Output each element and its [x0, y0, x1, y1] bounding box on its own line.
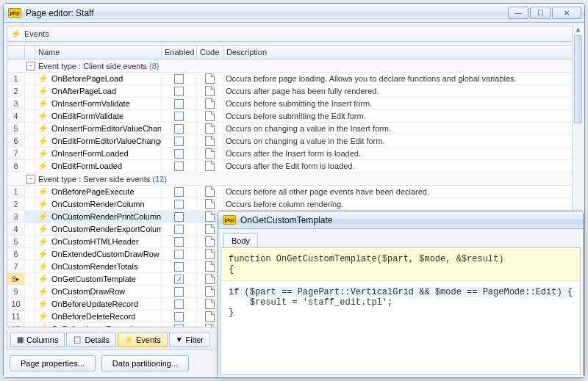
event-name[interactable]: ⚡OnInsertFormValidate: [35, 98, 162, 109]
event-name[interactable]: ⚡OnEditFormValidate: [35, 110, 162, 122]
event-row[interactable]: 1⚡OnBeforePageExecuteOccurs before all o…: [7, 186, 581, 198]
event-name[interactable]: ⚡OnCustomRenderTotals: [35, 261, 162, 272]
enabled-cell[interactable]: [162, 223, 197, 235]
enabled-cell[interactable]: [162, 135, 197, 147]
enabled-cell[interactable]: [162, 198, 197, 210]
code-cell[interactable]: [197, 135, 223, 147]
enabled-cell[interactable]: [162, 73, 197, 84]
event-name[interactable]: ⚡OnBeforeInsertRecord: [35, 323, 162, 327]
checkbox[interactable]: [174, 212, 184, 222]
enabled-cell[interactable]: [162, 110, 197, 122]
header-code[interactable]: Code: [197, 46, 223, 59]
checkbox[interactable]: [174, 324, 184, 327]
header-enabled[interactable]: Enabled: [162, 46, 197, 59]
scroll-thumb[interactable]: [574, 45, 581, 123]
header-name[interactable]: Name: [35, 46, 162, 59]
checkbox[interactable]: [174, 87, 184, 96]
event-name[interactable]: ⚡OnCustomRenderPrintColumn: [35, 211, 162, 222]
checkbox[interactable]: [174, 262, 184, 272]
tab-details[interactable]: 📋Details: [66, 333, 116, 347]
event-name[interactable]: ⚡OnExtendedCustomDrawRow: [35, 248, 162, 260]
close-button[interactable]: ✕: [552, 7, 581, 19]
event-name[interactable]: ⚡OnBeforeUpdateRecord: [35, 298, 162, 310]
code-cell[interactable]: [197, 148, 223, 159]
editor-titlebar[interactable]: php OnGetCustomTemplate: [218, 211, 583, 229]
checkbox[interactable]: [174, 287, 184, 297]
enabled-cell[interactable]: [162, 160, 197, 172]
header-index[interactable]: [7, 46, 25, 59]
code-cell[interactable]: [197, 110, 223, 122]
event-name[interactable]: ⚡OnCustomRenderColumn: [35, 198, 162, 210]
enabled-cell[interactable]: [162, 311, 197, 322]
enabled-cell[interactable]: ✓: [162, 273, 197, 285]
code-editor[interactable]: function OnGetCustomTemplate($part, $mod…: [220, 247, 581, 375]
checkbox[interactable]: [174, 162, 184, 171]
checkbox[interactable]: [174, 225, 184, 234]
event-name[interactable]: ⚡OnInsertFormEditorValueChanged: [35, 123, 162, 134]
checkbox[interactable]: [174, 137, 184, 146]
collapse-icon[interactable]: −: [26, 175, 35, 184]
enabled-cell[interactable]: [162, 211, 197, 222]
event-name[interactable]: ⚡OnInsertFormLoaded: [35, 148, 162, 159]
code-cell[interactable]: [197, 198, 223, 210]
collapse-icon[interactable]: −: [26, 62, 35, 70]
event-name[interactable]: ⚡OnGetCustomTemplate: [35, 273, 162, 285]
event-name[interactable]: ⚡OnCustomHTMLHeader: [35, 236, 162, 247]
enabled-cell[interactable]: [162, 186, 197, 197]
checkbox[interactable]: ✓: [174, 275, 184, 284]
tab-filter[interactable]: ▼Filter: [169, 333, 210, 347]
enabled-cell[interactable]: [162, 236, 197, 247]
tab-events[interactable]: ⚡Events: [118, 333, 168, 347]
enabled-cell[interactable]: [162, 298, 197, 310]
header-description[interactable]: Description: [223, 46, 581, 59]
event-name[interactable]: ⚡OnCustomDrawRow: [35, 286, 162, 297]
enabled-cell[interactable]: [162, 85, 197, 97]
event-row[interactable]: 4⚡OnEditFormValidateOccurs before submit…: [7, 110, 581, 123]
event-name[interactable]: ⚡OnAfterPageLoad: [35, 85, 162, 97]
event-name[interactable]: ⚡OnBeforePageLoad: [35, 73, 162, 84]
header-expand[interactable]: [25, 46, 35, 59]
checkbox[interactable]: [174, 237, 184, 247]
code-cell[interactable]: [197, 73, 223, 84]
checkbox[interactable]: [174, 250, 184, 259]
checkbox[interactable]: [174, 300, 184, 309]
enabled-cell[interactable]: [162, 323, 197, 327]
checkbox[interactable]: [174, 149, 184, 159]
checkbox[interactable]: [174, 99, 184, 109]
enabled-cell[interactable]: [162, 148, 197, 159]
tab-body[interactable]: Body: [223, 233, 258, 247]
event-row[interactable]: 8⚡OnEditFormLoadedOccurs after the Edit …: [7, 160, 581, 173]
event-row[interactable]: 7⚡OnInsertFormLoadedOccurs after the Ins…: [7, 148, 581, 160]
event-row[interactable]: 6⚡OnEditFormEditorValueChangedOccurs on …: [7, 135, 581, 148]
maximize-button[interactable]: ☐: [530, 7, 551, 19]
enabled-cell[interactable]: [162, 98, 197, 109]
code-cell[interactable]: [197, 85, 223, 97]
event-name[interactable]: ⚡OnBeforePageExecute: [35, 186, 162, 197]
main-titlebar[interactable]: php Page editor: Staff — ☐ ✕: [4, 4, 584, 23]
event-name[interactable]: ⚡OnBeforeDeleteRecord: [35, 311, 162, 322]
code-cell[interactable]: [197, 160, 223, 172]
minimize-button[interactable]: —: [508, 7, 528, 19]
enabled-cell[interactable]: [162, 261, 197, 272]
code-cell[interactable]: [197, 186, 223, 197]
event-row[interactable]: 5⚡OnInsertFormEditorValueChangedOccurs o…: [7, 123, 581, 135]
data-partitioning-button[interactable]: Data partitioning...: [101, 355, 189, 371]
enabled-cell[interactable]: [162, 286, 197, 297]
event-name[interactable]: ⚡OnEditFormEditorValueChanged: [35, 135, 162, 147]
checkbox[interactable]: [174, 187, 184, 197]
event-name[interactable]: ⚡OnEditFormLoaded: [35, 160, 162, 172]
checkbox[interactable]: [174, 124, 184, 134]
checkbox[interactable]: [174, 200, 184, 209]
event-row[interactable]: 2⚡OnCustomRenderColumnOccurs before colu…: [7, 198, 581, 211]
code-content[interactable]: if ($part == PagePart::VerticalGrid && $…: [221, 281, 580, 324]
checkbox[interactable]: [174, 112, 184, 121]
checkbox[interactable]: [174, 312, 184, 322]
event-row[interactable]: 3⚡OnInsertFormValidateOccurs before subm…: [7, 98, 581, 110]
page-properties-button[interactable]: Page properties...: [10, 355, 96, 371]
code-cell[interactable]: [197, 98, 223, 109]
event-row[interactable]: 1⚡OnBeforePageLoadOccurs before page loa…: [7, 73, 581, 85]
checkbox[interactable]: [174, 74, 184, 84]
event-row[interactable]: 2⚡OnAfterPageLoadOccurs after page has b…: [7, 85, 581, 98]
enabled-cell[interactable]: [162, 123, 197, 134]
group-row[interactable]: −Event type : Server side events (12): [7, 173, 581, 186]
